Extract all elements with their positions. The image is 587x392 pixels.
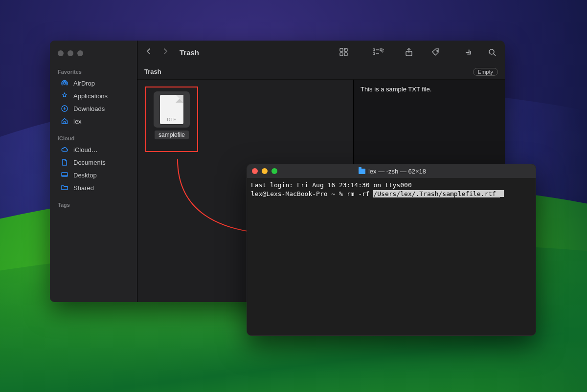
search-button[interactable] [487,47,498,58]
airdrop-icon [61,79,69,87]
close-icon[interactable] [58,50,64,56]
maximize-icon[interactable] [271,168,277,174]
documents-icon [61,158,69,166]
forward-button[interactable] [161,46,170,59]
svg-rect-5 [340,53,343,56]
svg-rect-6 [344,53,347,56]
preview-text: This is a sample TXT file. [361,86,431,93]
back-button[interactable] [144,46,153,59]
file-type-badge: RTF [160,117,183,122]
finder-sidebar: Favorites AirDrop Applications Downloads… [50,41,137,302]
sidebar-section-icloud: iCloud [50,132,137,143]
finder-title: Trash [180,48,199,57]
applications-icon [61,92,69,100]
sidebar-item-desktop[interactable]: Desktop [53,169,134,181]
svg-point-0 [64,82,66,84]
folder-icon [359,169,365,174]
svg-point-11 [437,50,438,51]
terminal-window: lex — -zsh — 62×18 Last login: Fri Aug 1… [247,164,536,336]
file-icon-frame: RTF [154,91,190,128]
sidebar-item-airdrop[interactable]: AirDrop [53,77,134,89]
sidebar-item-label: AirDrop [73,80,95,87]
document-icon: RTF [160,95,183,124]
shared-icon [61,184,69,192]
terminal-highlight-path: /Users/lex/.Trash/samplefile.rtf [373,190,499,197]
window-traffic-lights[interactable] [50,45,137,66]
sidebar-item-applications[interactable]: Applications [53,90,134,102]
terminal-title: lex — -zsh — 62×18 [281,168,503,175]
empty-trash-button[interactable]: Empty [473,68,498,76]
close-icon[interactable] [252,168,258,174]
minimize-icon[interactable] [262,168,268,174]
file-item-selected[interactable]: RTF samplefile [145,87,198,152]
share-button[interactable] [404,47,414,58]
sidebar-item-label: Downloads [73,105,105,112]
file-name-label: samplefile [155,131,189,139]
svg-rect-9 [380,49,382,51]
finder-pathbar: Trash Empty [137,64,505,80]
sidebar-item-label: Desktop [73,172,97,179]
view-icons-button[interactable] [338,47,352,58]
minimize-icon[interactable] [68,50,73,56]
svg-rect-7 [373,49,375,51]
group-button[interactable] [371,47,387,57]
terminal-line: Last login: Fri Aug 16 23:14:30 on ttys0… [251,181,412,189]
sidebar-item-label: Documents [73,159,106,166]
svg-rect-2 [62,173,68,176]
downloads-icon [61,105,69,112]
maximize-icon[interactable] [77,50,83,56]
sidebar-item-label: iCloud… [73,146,98,153]
sidebar-section-favorites: Favorites [50,66,137,77]
sidebar-item-home[interactable]: lex [53,115,134,127]
terminal-titlebar[interactable]: lex — -zsh — 62×18 [247,164,536,178]
sidebar-item-documents[interactable]: Documents [53,156,134,168]
terminal-body[interactable]: Last login: Fri Aug 16 23:14:30 on ttys0… [247,178,536,335]
overflow-button[interactable] [463,47,474,57]
sidebar-item-shared[interactable]: Shared [53,182,134,194]
finder-toolbar: Trash [137,41,505,64]
svg-rect-3 [340,48,343,51]
sidebar-item-label: Shared [73,184,94,192]
terminal-cursor [500,190,504,197]
svg-point-12 [489,49,494,54]
sidebar-item-label: lex [73,118,82,125]
path-label: Trash [144,68,161,75]
cloud-icon [61,146,69,153]
desktop-icon [61,171,69,179]
tags-button[interactable] [430,47,442,58]
sidebar-section-tags: Tags [50,199,137,210]
sidebar-item-label: Applications [73,92,108,100]
sidebar-item-icloud-drive[interactable]: iCloud… [53,144,134,155]
svg-rect-8 [373,53,375,55]
sidebar-item-downloads[interactable]: Downloads [53,103,134,114]
terminal-prompt: lex@Lexs-MacBook-Pro ~ % rm -rf [251,190,373,197]
home-icon [61,117,69,125]
